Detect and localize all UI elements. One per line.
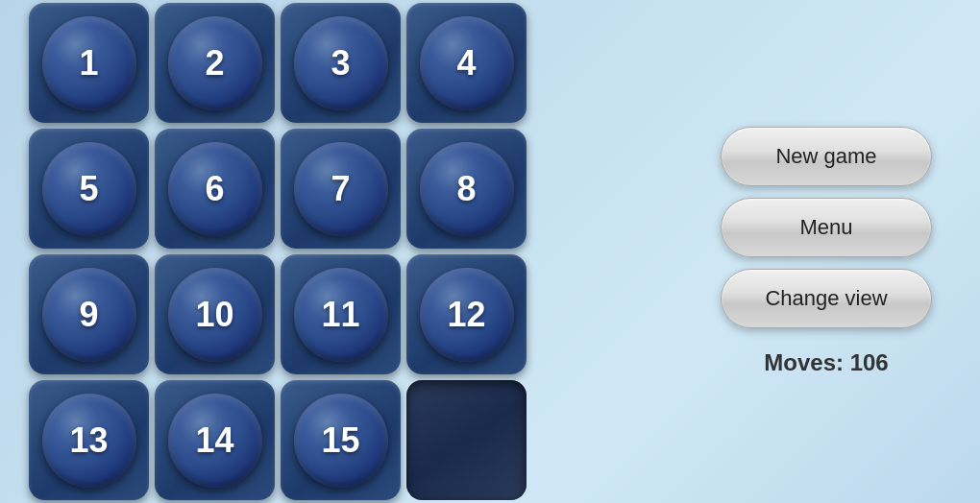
tile-number-10: 10 [195,295,233,335]
tile-number-5: 5 [79,169,98,209]
tile-circle-1: 1 [42,16,136,110]
tile-circle-12: 12 [420,268,514,362]
tile-empty[interactable] [406,380,527,500]
tile-7[interactable]: 7 [281,129,401,249]
tile-circle-11: 11 [294,268,388,362]
new-game-button[interactable]: New game [721,127,932,186]
change-view-button[interactable]: Change view [721,269,932,328]
tile-circle-15: 15 [294,394,388,488]
tile-number-14: 14 [195,420,233,461]
tile-number-15: 15 [321,420,359,461]
tile-4[interactable]: 4 [406,3,527,123]
tile-3[interactable]: 3 [281,3,401,123]
tile-14[interactable]: 14 [155,380,275,500]
tile-6[interactable]: 6 [155,129,275,249]
tile-number-1: 1 [79,43,98,84]
tile-circle-2: 2 [168,16,262,110]
tile-circle-10: 10 [168,268,262,362]
tile-circle-5: 5 [42,142,136,236]
tile-number-3: 3 [331,43,350,84]
tile-number-12: 12 [447,295,485,335]
menu-button[interactable]: Menu [721,198,932,257]
tile-10[interactable]: 10 [155,254,275,374]
tile-5[interactable]: 5 [29,129,149,249]
tile-number-8: 8 [456,169,476,209]
tile-number-11: 11 [321,295,359,335]
tile-circle-7: 7 [294,142,388,236]
sidebar: New game Menu Change view Moves: 106 [721,127,932,376]
tile-circle-6: 6 [168,142,262,236]
moves-display: Moves: 106 [764,349,888,376]
tile-circle-3: 3 [294,16,388,110]
tile-circle-14: 14 [168,394,262,488]
tile-number-6: 6 [205,169,224,209]
main-container: 1 2 3 4 5 6 [0,0,980,503]
tile-number-4: 4 [456,43,476,84]
tile-number-13: 13 [69,420,108,461]
tile-9[interactable]: 9 [29,254,149,374]
tile-11[interactable]: 11 [281,254,401,374]
tile-number-2: 2 [205,43,224,84]
tile-12[interactable]: 12 [406,254,527,374]
tile-circle-8: 8 [420,142,514,236]
tile-number-7: 7 [331,169,350,209]
tile-circle-13: 13 [42,394,136,488]
puzzle-grid: 1 2 3 4 5 6 [29,3,527,500]
tile-circle-4: 4 [420,16,514,110]
tile-1[interactable]: 1 [29,3,149,123]
tile-number-9: 9 [79,295,98,335]
tile-15[interactable]: 15 [281,380,401,500]
tile-13[interactable]: 13 [29,380,149,500]
tile-2[interactable]: 2 [155,3,275,123]
tile-8[interactable]: 8 [406,129,527,249]
tile-circle-9: 9 [42,268,136,362]
